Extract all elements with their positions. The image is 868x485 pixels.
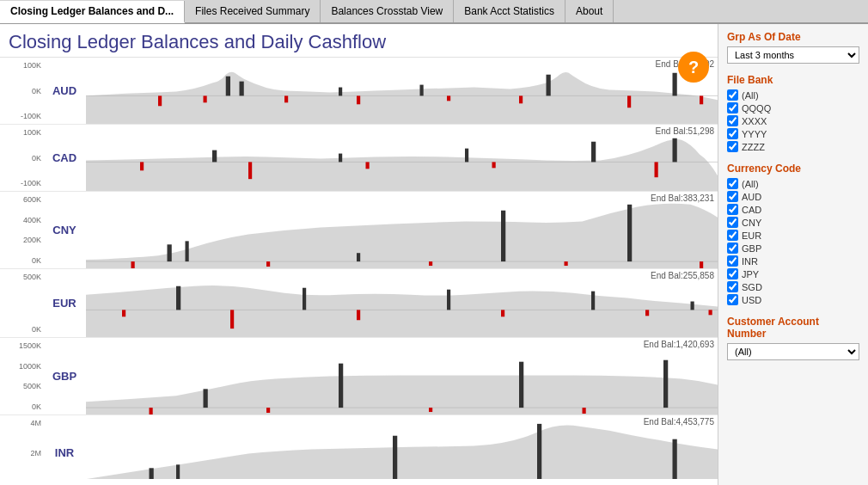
svg-rect-17 (339, 154, 342, 163)
currency-label-gbp: GBP (43, 338, 86, 414)
svg-rect-16 (212, 150, 217, 163)
tab-closing-ledger[interactable]: Closing Ledger Balances and D... (0, 1, 185, 23)
svg-rect-50 (204, 389, 208, 408)
chart-canvas-cad: End Bal:51,298 (86, 125, 718, 191)
svg-rect-10 (357, 95, 360, 104)
end-bal-gbp: End Bal:1,420,693 (644, 340, 714, 349)
svg-rect-41 (591, 292, 595, 310)
svg-rect-1 (226, 77, 230, 96)
currency-code-title: Currency Code (727, 163, 859, 175)
svg-rect-54 (150, 408, 153, 414)
svg-rect-59 (150, 468, 154, 479)
y-axis-cad: 100K 0K -100K (0, 125, 43, 191)
svg-rect-27 (168, 244, 172, 261)
svg-rect-12 (519, 95, 523, 103)
sidebar-section-grp-date: Grp As Of Date Last 3 months (727, 31, 859, 64)
svg-rect-31 (627, 205, 632, 261)
currency-gbp-checkbox[interactable] (727, 242, 738, 254)
file-bank-all: (All) (727, 89, 859, 101)
file-bank-xxxx: XXXX (727, 115, 859, 126)
svg-rect-30 (501, 211, 505, 261)
content-wrapper: Closing Ledger Balances and Daily Cashfl… (0, 24, 868, 485)
currency-eur-checkbox[interactable] (727, 230, 738, 241)
file-bank-yyyy-checkbox[interactable] (727, 128, 738, 139)
chart-row-gbp: 1500K 1000K 500K 0K GBP End Bal:1,420,69… (0, 338, 718, 415)
tab-balances-crosstab[interactable]: Balances Crosstab View (321, 0, 454, 22)
currency-cad-checkbox[interactable] (727, 204, 738, 215)
svg-rect-4 (420, 85, 424, 96)
currency-jpy-checkbox[interactable] (727, 268, 738, 279)
svg-rect-63 (673, 439, 677, 479)
svg-rect-53 (663, 360, 668, 408)
svg-rect-2 (240, 82, 244, 96)
currency-cny: CNY (727, 217, 859, 228)
file-bank-xxxx-checkbox[interactable] (727, 115, 738, 126)
currency-cny-checkbox[interactable] (727, 217, 738, 228)
currency-eur: EUR (727, 230, 859, 241)
help-button[interactable]: ? (678, 52, 709, 83)
page-title: Closing Ledger Balances and Daily Cashfl… (0, 24, 718, 58)
chart-canvas-inr: End Bal:4,453,775 (86, 415, 718, 479)
y-axis-eur: 500K 0K (0, 269, 43, 337)
svg-rect-43 (122, 310, 125, 316)
currency-inr-checkbox[interactable] (727, 255, 738, 267)
svg-rect-55 (266, 408, 270, 413)
svg-rect-51 (339, 364, 343, 408)
customer-account-dropdown[interactable]: (All) (727, 343, 859, 360)
chart-row-cny: 600K 400K 200K 0K CNY End Bal:383,231 (0, 192, 718, 269)
chart-row-inr: 4M 2M 0M INR End Bal:4,453,775 (0, 415, 718, 479)
svg-rect-14 (700, 95, 703, 104)
currency-label-eur: EUR (43, 269, 86, 337)
file-bank-qqqq-checkbox[interactable] (727, 102, 738, 114)
chart-row-cad: 100K 0K -100K CAD End Bal:51,298 (0, 125, 718, 192)
tab-bar: Closing Ledger Balances and D... Files R… (0, 0, 868, 24)
tab-files-received[interactable]: Files Received Summary (185, 0, 321, 22)
file-bank-all-checkbox[interactable] (727, 89, 738, 101)
sidebar-section-customer-acct: Customer Account Number (All) (727, 316, 859, 360)
currency-jpy: JPY (727, 268, 859, 279)
currency-all: (All) (727, 178, 859, 189)
currency-sgd-checkbox[interactable] (727, 281, 738, 292)
y-axis-inr: 4M 2M 0M (0, 415, 43, 479)
svg-rect-48 (709, 310, 712, 315)
tab-bank-acct-stats[interactable]: Bank Acct Statistics (454, 0, 565, 22)
sidebar-section-file-bank: File Bank (All) QQQQ XXXX YYYY ZZZZ (727, 74, 859, 152)
currency-inr: INR (727, 255, 859, 267)
grp-as-of-date-dropdown[interactable]: Last 3 months (727, 46, 859, 64)
svg-rect-5 (547, 75, 551, 96)
svg-rect-45 (357, 310, 360, 320)
file-bank-qqqq: QQQQ (727, 102, 859, 114)
file-bank-yyyy: YYYY (727, 128, 859, 139)
currency-sgd: SGD (727, 281, 859, 292)
svg-rect-21 (140, 162, 144, 170)
chart-row-aud: 100K 0K -100K AUD End Bal:95,402 (0, 58, 718, 125)
svg-rect-42 (691, 302, 694, 310)
y-axis-gbp: 1500K 1000K 500K 0K (0, 338, 43, 414)
svg-rect-6 (673, 73, 677, 96)
svg-rect-32 (131, 261, 135, 268)
chart-canvas-gbp: End Bal:1,420,693 (86, 338, 718, 414)
charts-container[interactable]: 100K 0K -100K AUD End Bal:95,402 (0, 58, 718, 479)
svg-rect-57 (583, 408, 586, 414)
customer-account-title: Customer Account Number (727, 316, 859, 340)
svg-rect-36 (700, 261, 703, 268)
currency-aud-checkbox[interactable] (727, 191, 738, 202)
currency-label-cad: CAD (43, 125, 86, 191)
currency-all-checkbox[interactable] (727, 178, 738, 189)
sidebar-section-currency: Currency Code (All) AUD CAD CNY EUR (727, 163, 859, 305)
svg-rect-39 (303, 288, 306, 310)
svg-rect-18 (465, 149, 468, 163)
file-bank-title: File Bank (727, 74, 859, 86)
svg-rect-25 (655, 162, 658, 177)
svg-rect-38 (176, 286, 180, 310)
svg-rect-20 (673, 138, 677, 163)
svg-rect-52 (519, 362, 523, 408)
file-bank-zzzz-checkbox[interactable] (727, 141, 738, 152)
currency-usd-checkbox[interactable] (727, 294, 738, 305)
tab-about[interactable]: About (565, 0, 614, 22)
svg-rect-22 (248, 162, 252, 179)
currency-aud: AUD (727, 191, 859, 202)
end-bal-cny: End Bal:383,231 (651, 193, 714, 203)
grp-as-of-date-title: Grp As Of Date (727, 31, 859, 43)
currency-label-aud: AUD (43, 58, 86, 124)
